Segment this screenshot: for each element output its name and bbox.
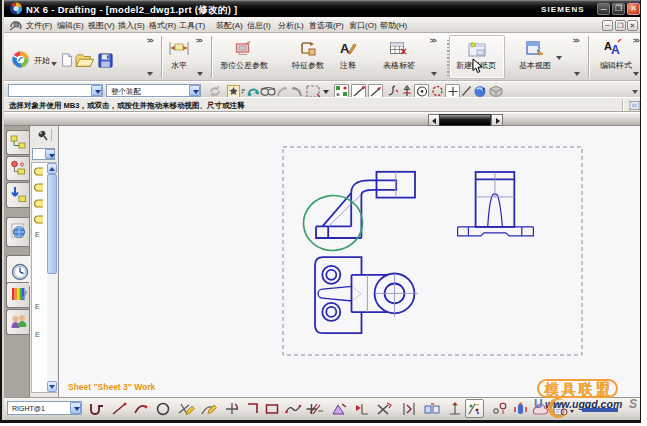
svg-text:A: A	[611, 43, 620, 57]
